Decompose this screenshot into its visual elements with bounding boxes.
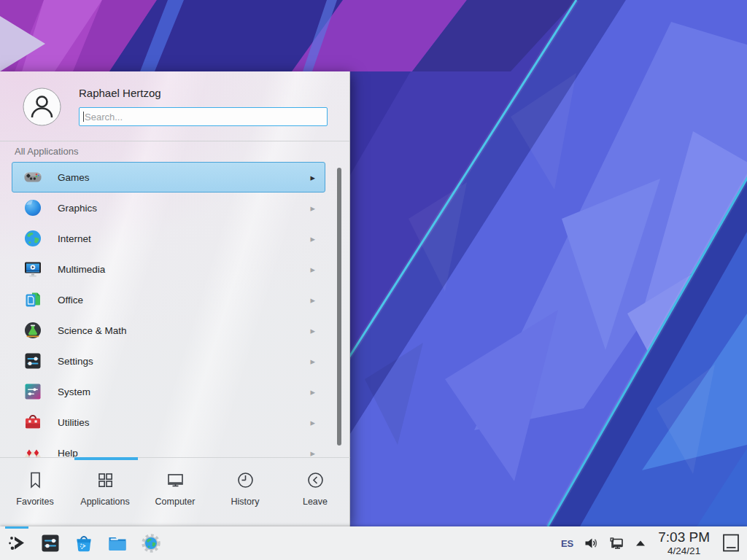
clock-time: 7:03 PM xyxy=(658,530,710,544)
tab-label: Leave xyxy=(303,497,328,507)
tab-history[interactable]: History xyxy=(210,458,280,527)
system-tray: ES xyxy=(561,530,747,556)
taskbar-web-browser-button[interactable] xyxy=(139,529,163,558)
taskbar-panel: ES xyxy=(0,526,747,560)
category-science-math[interactable]: Science & Math xyxy=(12,315,325,346)
submenu-arrow-icon xyxy=(310,356,315,367)
bookmark-icon xyxy=(26,470,45,490)
category-help[interactable]: Help xyxy=(12,438,325,457)
user-name: Raphael Hertzog xyxy=(79,87,161,99)
section-label: All Applications xyxy=(15,146,78,157)
tab-favorites[interactable]: Favorites xyxy=(0,458,70,527)
documents-icon xyxy=(23,289,43,310)
keyboard-layout-indicator[interactable]: ES xyxy=(561,538,573,549)
media-screen-icon xyxy=(23,259,43,279)
tab-computer[interactable]: Computer xyxy=(140,458,210,527)
tab-label: Computer xyxy=(155,497,196,507)
submenu-arrow-icon xyxy=(310,448,315,458)
lifebuoy-icon xyxy=(23,443,43,457)
text-caret xyxy=(83,112,84,122)
submenu-arrow-icon xyxy=(310,325,315,336)
list-scrollbar[interactable] xyxy=(337,168,341,446)
category-label: System xyxy=(58,386,90,397)
leave-circle-icon xyxy=(306,470,325,490)
category-games[interactable]: Games xyxy=(12,162,325,192)
tab-applications[interactable]: Applications xyxy=(70,458,140,527)
settings-sliders-icon xyxy=(39,532,61,554)
submenu-arrow-icon xyxy=(310,172,315,183)
active-tab-indicator xyxy=(74,457,138,460)
folder-icon xyxy=(107,532,128,554)
kde-launcher-icon xyxy=(6,532,28,554)
desktop: Raphael Hertzog All Applications xyxy=(0,0,747,560)
flask-icon xyxy=(23,320,43,341)
user-avatar-icon xyxy=(23,88,61,126)
gamepad-icon xyxy=(23,167,43,187)
submenu-arrow-icon xyxy=(310,233,315,244)
system-sliders-icon xyxy=(23,381,43,402)
monitor-icon xyxy=(166,470,185,490)
submenu-arrow-icon xyxy=(310,386,315,397)
category-utilities[interactable]: Utilities xyxy=(12,407,325,438)
grid-icon xyxy=(96,470,115,490)
category-label: Utilities xyxy=(58,417,90,428)
category-system[interactable]: System xyxy=(12,376,325,407)
clock-date: 4/24/21 xyxy=(658,546,710,556)
launcher-header: Raphael Hertzog xyxy=(0,71,349,141)
category-list: Games Graphics xyxy=(0,162,350,457)
category-label: Settings xyxy=(58,356,93,367)
category-label: Graphics xyxy=(58,203,97,214)
tab-label: Favorites xyxy=(16,497,53,507)
category-label: Games xyxy=(58,172,90,183)
taskbar-discover-button[interactable] xyxy=(72,529,96,558)
show-desktop-icon[interactable] xyxy=(721,532,741,554)
tab-label: History xyxy=(231,497,260,507)
category-label: Science & Math xyxy=(58,325,127,336)
tab-leave[interactable]: Leave xyxy=(280,458,350,527)
application-launcher-popup: Raphael Hertzog All Applications xyxy=(0,71,350,526)
category-label: Multimedia xyxy=(58,264,105,275)
submenu-arrow-icon xyxy=(310,417,315,428)
category-office[interactable]: Office xyxy=(12,284,325,315)
submenu-arrow-icon xyxy=(310,295,315,306)
category-label: Help xyxy=(58,448,78,458)
taskbar-launcher-button[interactable] xyxy=(5,529,28,558)
toolbox-icon xyxy=(23,412,43,432)
tab-label: Applications xyxy=(80,497,129,507)
globe-gear-icon xyxy=(140,532,162,554)
network-icon[interactable] xyxy=(608,535,624,551)
sliders-icon xyxy=(23,351,43,371)
active-task-indicator xyxy=(5,526,28,529)
category-label: Office xyxy=(58,295,83,306)
clock-icon xyxy=(236,470,255,490)
digital-clock[interactable]: 7:03 PM 4/24/21 xyxy=(658,530,710,556)
launcher-tab-bar: Favorites Applications xyxy=(0,457,350,527)
submenu-arrow-icon xyxy=(310,203,315,214)
category-graphics[interactable]: Graphics xyxy=(12,192,325,223)
category-internet[interactable]: Internet xyxy=(12,223,325,254)
category-label: Internet xyxy=(58,233,91,244)
submenu-arrow-icon xyxy=(310,264,315,275)
taskbar-file-manager-button[interactable] xyxy=(106,529,129,558)
taskbar-system-settings-button[interactable] xyxy=(39,529,62,558)
search-input[interactable] xyxy=(79,107,328,126)
volume-icon[interactable] xyxy=(583,535,599,551)
sphere-icon xyxy=(23,198,43,218)
discover-bag-icon xyxy=(73,532,95,554)
category-multimedia[interactable]: Multimedia xyxy=(12,254,325,284)
globe-icon xyxy=(23,228,43,249)
category-settings[interactable]: Settings xyxy=(12,346,325,376)
expand-tray-icon[interactable] xyxy=(634,537,647,550)
